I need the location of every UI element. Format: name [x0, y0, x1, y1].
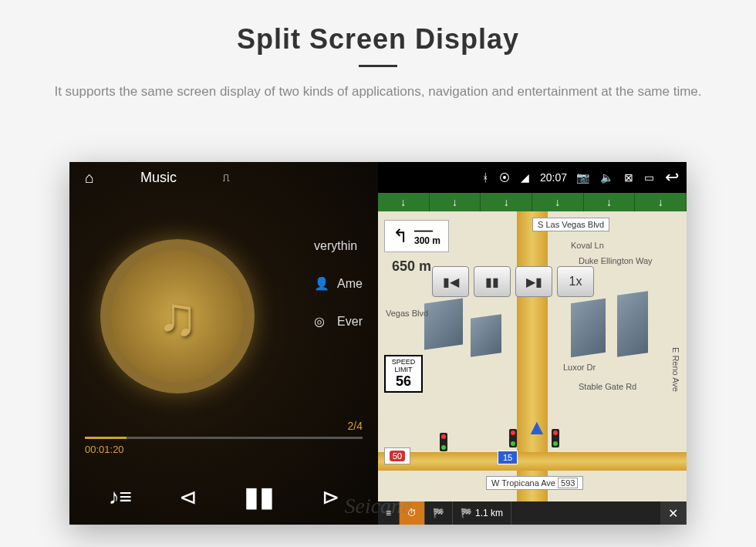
close-button[interactable]: ✕ — [660, 501, 687, 525]
music-status-bar: ⌂ Music ⎍ — [69, 162, 378, 193]
artist-name: Ame — [337, 277, 363, 291]
elapsed-time: 00:01:20 — [85, 444, 363, 455]
title-underline — [359, 65, 397, 67]
street-label: Vegas Blvd — [386, 309, 428, 318]
progress-fill — [85, 437, 127, 439]
street-label: Duke Ellington Way — [579, 256, 653, 265]
street-label: S Las Vegas Blvd — [532, 218, 609, 231]
nav-bottom-bar: ≡ ⏱ 🏁 🏁1.1 km ✕ — [378, 501, 687, 525]
album-row: ◎ Ever — [314, 314, 363, 329]
navigation-pane: ᚼ ⦿ ◢ 20:07 📷 🔈 ⊠ ▭ ↩ ↓ ↓ ↓ ↓ ↓ ↓ — [378, 162, 687, 525]
volume-icon[interactable]: 🔈 — [600, 171, 613, 184]
map-next-button[interactable]: ▶▮ — [515, 266, 552, 297]
speed-limit-label: SPEED LIMIT — [387, 358, 420, 373]
location-icon: ⦿ — [499, 171, 510, 184]
route-shield: 50 — [384, 447, 410, 464]
close-app-icon[interactable]: ⊠ — [624, 171, 633, 184]
usb-icon: ⎍ — [223, 171, 229, 184]
clock: 20:07 — [540, 171, 567, 184]
turn-distance: 300 m — [414, 235, 440, 246]
building-icon — [424, 298, 463, 349]
pause-button[interactable]: ▮▮ — [244, 481, 275, 513]
street-label: E Reno Ave — [671, 347, 680, 392]
album-name: Ever — [337, 315, 363, 329]
device-screen: ⌂ Music ⎍ ♫ verythin 👤 Ame ◎ Ever 2/4 — [69, 162, 687, 525]
approach-distance: 650 m — [392, 258, 431, 275]
traffic-light-icon — [552, 429, 559, 447]
street-label: Stable Gate Rd — [579, 382, 636, 391]
person-icon: 👤 — [314, 276, 329, 291]
progress-area: 2/4 00:01:20 — [85, 420, 363, 455]
music-pane: ⌂ Music ⎍ ♫ verythin 👤 Ame ◎ Ever 2/4 — [69, 162, 378, 525]
track-title-row: verythin — [314, 239, 363, 253]
remaining-distance: 🏁1.1 km — [453, 501, 511, 525]
system-status-bar: ᚼ ⦿ ◢ 20:07 📷 🔈 ⊠ ▭ ↩ — [378, 162, 687, 193]
speed-multiplier-button[interactable]: 1x — [557, 266, 594, 297]
street-label: Koval Ln — [571, 241, 604, 250]
traffic-light-icon — [509, 429, 517, 447]
route-number: 50 — [390, 451, 405, 461]
lane-arrow-icon: ↓ — [430, 193, 481, 211]
progress-bar[interactable] — [85, 437, 363, 439]
music-note-icon: ♫ — [157, 285, 198, 347]
lane-arrow-icon: ↓ — [532, 193, 584, 211]
track-title: verythin — [314, 239, 357, 253]
lane-guidance: ↓ ↓ ↓ ↓ ↓ ↓ — [378, 193, 687, 211]
music-controls: ♪≡ ⊲ ▮▮ ⊳ — [69, 481, 378, 513]
page-title: Split Screen Display — [0, 23, 756, 56]
lane-arrow-icon: ↓ — [481, 193, 532, 211]
building-icon — [571, 299, 606, 357]
previous-button[interactable]: ⊲ — [179, 485, 197, 510]
route-info-button[interactable]: ⏱ — [400, 501, 425, 525]
playlist-button[interactable]: ♪≡ — [108, 485, 131, 509]
turn-left-icon: ↰ — [393, 225, 408, 247]
map-pause-button[interactable]: ▮▮ — [474, 266, 511, 297]
screenshot-icon[interactable]: 📷 — [576, 171, 589, 184]
cross-road — [378, 452, 687, 471]
speed-limit-value: 56 — [387, 373, 420, 390]
menu-button[interactable]: ≡ — [378, 501, 400, 525]
building-icon — [471, 314, 501, 357]
vehicle-cursor-icon: ▲ — [526, 415, 548, 440]
lane-arrow-icon: ↓ — [584, 193, 636, 211]
recent-apps-icon[interactable]: ▭ — [644, 171, 654, 184]
traffic-light-icon — [440, 433, 447, 451]
lane-arrow-icon: ↓ — [635, 193, 687, 211]
lane-arrow-icon: ↓ — [378, 193, 430, 211]
track-counter: 2/4 — [85, 420, 363, 432]
wifi-icon: ◢ — [521, 171, 529, 184]
street-label: W Tropicana Ave 593 — [486, 476, 583, 490]
map-canvas[interactable]: ↓ ↓ ↓ ↓ ↓ ↓ S Las Vegas Blvd Koval Ln Du… — [378, 193, 687, 501]
interstate-shield: 15 — [498, 451, 518, 464]
track-info: verythin 👤 Ame ◎ Ever — [314, 239, 363, 352]
artist-row: 👤 Ame — [314, 276, 363, 291]
turn-instruction: ↰ ━━━━ 300 m — [384, 220, 449, 252]
next-button[interactable]: ⊳ — [322, 485, 339, 510]
disc-icon: ◎ — [314, 314, 329, 329]
building-icon — [617, 291, 648, 357]
page-subtitle: It supports the same screen display of t… — [50, 81, 706, 102]
map-media-controls: ▮◀ ▮▮ ▶▮ 1x — [432, 266, 594, 297]
music-app-label: Music — [140, 170, 177, 186]
speed-limit-sign: SPEED LIMIT 56 — [384, 355, 423, 393]
album-art: ♫ — [100, 239, 255, 393]
bluetooth-icon: ᚼ — [482, 171, 488, 184]
map-prev-button[interactable]: ▮◀ — [432, 266, 469, 297]
destination-button[interactable]: 🏁 — [425, 501, 453, 525]
home-icon[interactable]: ⌂ — [85, 169, 94, 187]
back-icon[interactable]: ↩ — [665, 167, 679, 187]
street-label: Luxor Dr — [563, 363, 596, 372]
